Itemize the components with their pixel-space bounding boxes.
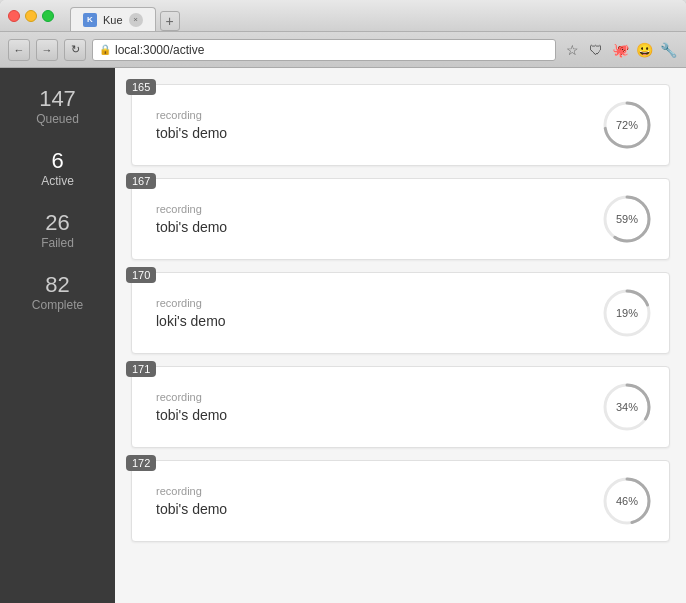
progress-circle: 19% bbox=[601, 287, 653, 339]
job-type: recording bbox=[156, 391, 601, 403]
job-title: tobi's demo bbox=[156, 501, 601, 517]
close-button[interactable] bbox=[8, 10, 20, 22]
job-title: loki's demo bbox=[156, 313, 601, 329]
job-progress-container: 59% bbox=[601, 193, 653, 245]
address-lock-icon: 🔒 bbox=[99, 44, 111, 55]
extension-icon-1[interactable]: 🛡 bbox=[586, 40, 606, 60]
job-progress-container: 19% bbox=[601, 287, 653, 339]
failed-count: 26 bbox=[45, 212, 69, 234]
failed-label: Failed bbox=[41, 236, 74, 250]
maximize-button[interactable] bbox=[42, 10, 54, 22]
toolbar-icons: ☆ 🛡 🐙 😀 🔧 bbox=[562, 40, 678, 60]
sidebar-item-failed[interactable]: 26 Failed bbox=[0, 200, 115, 262]
progress-label: 46% bbox=[616, 495, 638, 507]
job-badge: 172 bbox=[126, 455, 156, 471]
extension-icon-2[interactable]: 🐙 bbox=[610, 40, 630, 60]
job-info: recording tobi's demo bbox=[148, 203, 601, 235]
sidebar-item-queued[interactable]: 147 Queued bbox=[0, 76, 115, 138]
tab-favicon: K bbox=[83, 13, 97, 27]
main-content: 165 recording tobi's demo 72% 167 record… bbox=[115, 68, 686, 603]
progress-circle: 46% bbox=[601, 475, 653, 527]
browser-window: K Kue × + ← → ↻ 🔒 local:3000/active ☆ 🛡 … bbox=[0, 0, 686, 603]
job-card[interactable]: 172 recording tobi's demo 46% bbox=[131, 460, 670, 542]
job-type: recording bbox=[156, 297, 601, 309]
browser-titlebar: K Kue × + bbox=[0, 0, 686, 32]
browser-content: 147 Queued 6 Active 26 Failed 82 Complet… bbox=[0, 68, 686, 603]
job-badge: 167 bbox=[126, 173, 156, 189]
job-progress-container: 72% bbox=[601, 99, 653, 151]
extension-icon-3[interactable]: 😀 bbox=[634, 40, 654, 60]
job-info: recording tobi's demo bbox=[148, 109, 601, 141]
settings-icon[interactable]: 🔧 bbox=[658, 40, 678, 60]
progress-label: 19% bbox=[616, 307, 638, 319]
queued-count: 147 bbox=[39, 88, 76, 110]
queued-label: Queued bbox=[36, 112, 79, 126]
reload-button[interactable]: ↻ bbox=[64, 39, 86, 61]
tab-title: Kue bbox=[103, 14, 123, 26]
complete-count: 82 bbox=[45, 274, 69, 296]
progress-label: 34% bbox=[616, 401, 638, 413]
job-title: tobi's demo bbox=[156, 125, 601, 141]
progress-circle: 34% bbox=[601, 381, 653, 433]
progress-label: 72% bbox=[616, 119, 638, 131]
job-card[interactable]: 165 recording tobi's demo 72% bbox=[131, 84, 670, 166]
active-tab[interactable]: K Kue × bbox=[70, 7, 156, 31]
job-card[interactable]: 171 recording tobi's demo 34% bbox=[131, 366, 670, 448]
job-info: recording tobi's demo bbox=[148, 485, 601, 517]
address-url: local:3000/active bbox=[115, 43, 204, 57]
sidebar-item-complete[interactable]: 82 Complete bbox=[0, 262, 115, 324]
job-card[interactable]: 167 recording tobi's demo 59% bbox=[131, 178, 670, 260]
browser-addressbar: ← → ↻ 🔒 local:3000/active ☆ 🛡 🐙 😀 🔧 bbox=[0, 32, 686, 68]
job-progress-container: 34% bbox=[601, 381, 653, 433]
tab-close-button[interactable]: × bbox=[129, 13, 143, 27]
job-title: tobi's demo bbox=[156, 407, 601, 423]
job-progress-container: 46% bbox=[601, 475, 653, 527]
browser-tabs: K Kue × + bbox=[70, 0, 180, 31]
active-count: 6 bbox=[51, 150, 63, 172]
job-info: recording loki's demo bbox=[148, 297, 601, 329]
job-title: tobi's demo bbox=[156, 219, 601, 235]
job-badge: 171 bbox=[126, 361, 156, 377]
sidebar: 147 Queued 6 Active 26 Failed 82 Complet… bbox=[0, 68, 115, 603]
address-bar[interactable]: 🔒 local:3000/active bbox=[92, 39, 556, 61]
job-type: recording bbox=[156, 109, 601, 121]
back-button[interactable]: ← bbox=[8, 39, 30, 61]
sidebar-item-active[interactable]: 6 Active bbox=[0, 138, 115, 200]
minimize-button[interactable] bbox=[25, 10, 37, 22]
job-badge: 170 bbox=[126, 267, 156, 283]
active-label: Active bbox=[41, 174, 74, 188]
forward-button[interactable]: → bbox=[36, 39, 58, 61]
job-type: recording bbox=[156, 485, 601, 497]
job-type: recording bbox=[156, 203, 601, 215]
job-card[interactable]: 170 recording loki's demo 19% bbox=[131, 272, 670, 354]
job-info: recording tobi's demo bbox=[148, 391, 601, 423]
window-controls bbox=[8, 10, 54, 22]
bookmark-icon[interactable]: ☆ bbox=[562, 40, 582, 60]
job-badge: 165 bbox=[126, 79, 156, 95]
new-tab-button[interactable]: + bbox=[160, 11, 180, 31]
progress-circle: 59% bbox=[601, 193, 653, 245]
progress-label: 59% bbox=[616, 213, 638, 225]
progress-circle: 72% bbox=[601, 99, 653, 151]
complete-label: Complete bbox=[32, 298, 83, 312]
